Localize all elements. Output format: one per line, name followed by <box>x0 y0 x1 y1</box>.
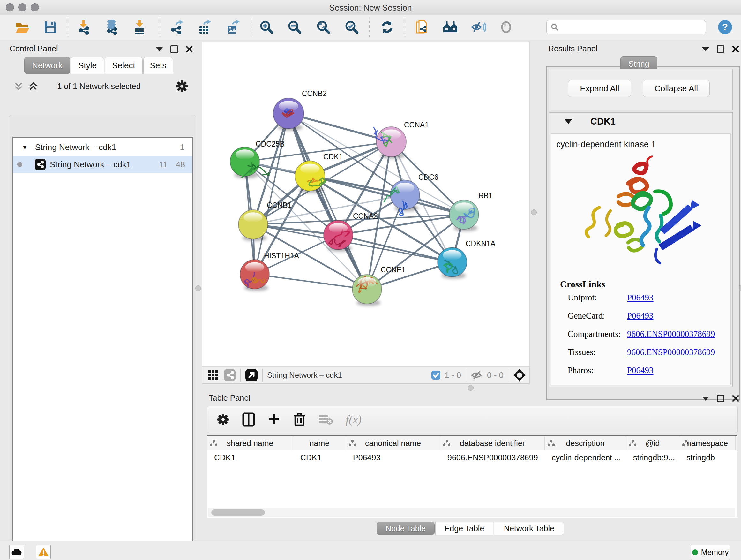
column-header-description[interactable]: description <box>545 436 626 450</box>
left-splitter-handle[interactable] <box>195 286 201 291</box>
network-node-CCNA2[interactable] <box>324 220 353 252</box>
right-splitter-handle[interactable] <box>531 209 537 215</box>
create-column-plus-icon[interactable] <box>268 413 280 426</box>
cloud-status-button[interactable] <box>9 545 24 559</box>
crosslink-compartments-link[interactable]: 9606.ENSP00000378699 <box>627 329 715 339</box>
column-header-canonical-name[interactable]: canonical name <box>346 436 441 450</box>
zoom-selected-button[interactable] <box>344 19 359 35</box>
column-header-label: description <box>566 439 605 448</box>
column-header-database-identifier[interactable]: database identifier <box>441 436 545 450</box>
protein-structure-image <box>580 153 701 274</box>
export-image-button[interactable] <box>225 19 240 35</box>
network-edge-CCNB2-HIST1H1A[interactable] <box>255 113 288 274</box>
network-panel-options-button[interactable] <box>176 80 188 92</box>
close-panel-icon[interactable] <box>732 46 739 53</box>
network-node-CCNB1[interactable] <box>239 210 268 241</box>
birdseye-navigator-icon[interactable] <box>513 368 526 382</box>
table-cell[interactable]: CDK1 <box>207 450 293 464</box>
network-node-CCNA1[interactable] <box>374 127 406 159</box>
float-panel-icon[interactable] <box>702 396 709 401</box>
column-header-shared-name[interactable]: shared name <box>207 436 293 450</box>
import-network-database-button[interactable] <box>104 19 119 35</box>
scrollbar-thumb[interactable] <box>211 509 265 516</box>
show-grid-button[interactable] <box>208 370 219 381</box>
network-node-RB1[interactable] <box>449 200 479 231</box>
network-node-CDK1[interactable] <box>295 161 327 193</box>
table-cell[interactable]: CDK1 <box>293 450 346 464</box>
zoom-fit-button[interactable] <box>316 19 331 35</box>
maximize-panel-icon[interactable] <box>717 45 724 53</box>
network-view-mode-button[interactable] <box>224 369 236 381</box>
table-row[interactable]: CDK1CDK1P064939606.ENSP00000378699cyclin… <box>207 450 737 464</box>
gene-section-collapse-icon[interactable] <box>564 119 572 124</box>
import-table-button[interactable] <box>132 19 147 35</box>
network-node-CDC25B[interactable] <box>230 147 269 178</box>
column-header--id[interactable]: @id <box>626 436 679 450</box>
table-options-gear-icon[interactable] <box>217 413 229 426</box>
tab-sets[interactable]: Sets <box>143 57 173 74</box>
network-node-HIST1H1A[interactable] <box>240 260 269 291</box>
table-horizontal-scrollbar[interactable] <box>208 508 735 516</box>
memory-button[interactable]: Memory <box>690 545 730 560</box>
close-panel-icon[interactable] <box>732 395 739 402</box>
tab-network-table[interactable]: Network Table <box>494 522 564 535</box>
crosslink-genecard-link[interactable]: P06493 <box>627 311 654 321</box>
refresh-view-button[interactable] <box>380 19 395 35</box>
crosslink-pharos-link[interactable]: P06493 <box>627 366 654 375</box>
tab-network[interactable]: Network <box>24 57 70 74</box>
tab-select[interactable]: Select <box>105 57 143 74</box>
expand-all-button[interactable]: Expand All <box>568 80 631 97</box>
string-protein-query-button[interactable] <box>443 19 458 35</box>
open-session-button[interactable] <box>15 19 30 35</box>
network-collection-row[interactable]: ▼ String Network – cdk1 1 <box>13 139 192 155</box>
import-network-file-button[interactable] <box>76 19 91 35</box>
tab-style[interactable]: Style <box>71 57 104 74</box>
column-header-namespace[interactable]: namespace <box>679 436 736 450</box>
network-node-CCNE1[interactable] <box>352 274 382 306</box>
node-label-CDC6: CDC6 <box>418 173 439 181</box>
export-table-button[interactable] <box>197 19 212 35</box>
table-cell[interactable]: cyclin-dependent ... <box>545 450 626 464</box>
network-node-CDKN1A[interactable] <box>437 247 467 279</box>
toolbar-search-field[interactable] <box>546 20 706 34</box>
network-row-selected[interactable]: String Network – cdk1 11 48 <box>13 156 192 173</box>
crosslink-uniprot-link[interactable]: P06493 <box>627 293 654 303</box>
zoom-in-icon <box>259 20 274 35</box>
column-header-name[interactable]: name <box>293 436 346 450</box>
close-panel-icon[interactable] <box>186 46 193 53</box>
table-cell[interactable]: stringdb:9... <box>626 450 679 464</box>
detach-view-button[interactable] <box>245 369 258 381</box>
new-network-from-selection-button[interactable] <box>414 19 429 35</box>
maximize-panel-icon[interactable] <box>171 45 178 53</box>
column-type-icon <box>629 439 636 447</box>
save-session-button[interactable] <box>43 19 58 35</box>
zoom-in-button[interactable] <box>259 19 274 35</box>
help-button[interactable]: ? <box>718 19 733 35</box>
crosslink-tissues-link[interactable]: 9606.ENSP00000378699 <box>627 348 715 357</box>
show-columns-icon[interactable] <box>242 413 255 427</box>
network-edge-HIST1H1A-CCNE1[interactable] <box>255 274 367 289</box>
zoom-out-button[interactable] <box>287 19 302 35</box>
collapse-all-button[interactable]: Collapse All <box>643 80 710 97</box>
table-cell[interactable]: stringdb <box>679 450 736 464</box>
maximize-panel-icon[interactable] <box>717 395 724 402</box>
hidden-eye-slash-icon[interactable] <box>470 370 484 381</box>
table-cell[interactable]: 9606.ENSP00000378699 <box>441 450 545 464</box>
network-edge-CCNB2-CCNE1[interactable] <box>288 113 367 289</box>
node-gloss-highlight <box>382 129 401 139</box>
tree-expander-icon[interactable]: ▼ <box>22 144 28 151</box>
delete-column-trash-icon[interactable] <box>293 413 306 427</box>
show-all-button[interactable] <box>498 19 514 35</box>
table-cell[interactable]: P06493 <box>346 450 441 464</box>
hide-selected-button[interactable] <box>471 19 486 35</box>
crosslink-row: GeneCard: P06493 <box>568 311 731 321</box>
tab-edge-table[interactable]: Edge Table <box>435 522 493 535</box>
float-panel-icon[interactable] <box>156 47 163 51</box>
selected-checkbox-icon[interactable] <box>431 370 441 380</box>
tab-node-table[interactable]: Node Table <box>377 522 434 535</box>
network-canvas[interactable]: CCNB2CCNA1CDC25BCDK1CDC6RB1CCNB1CCNA2CDK… <box>202 42 530 367</box>
export-network-button[interactable] <box>169 19 184 35</box>
float-panel-icon[interactable] <box>702 47 709 51</box>
warnings-button[interactable] <box>36 545 51 559</box>
export-image-icon <box>225 19 240 35</box>
